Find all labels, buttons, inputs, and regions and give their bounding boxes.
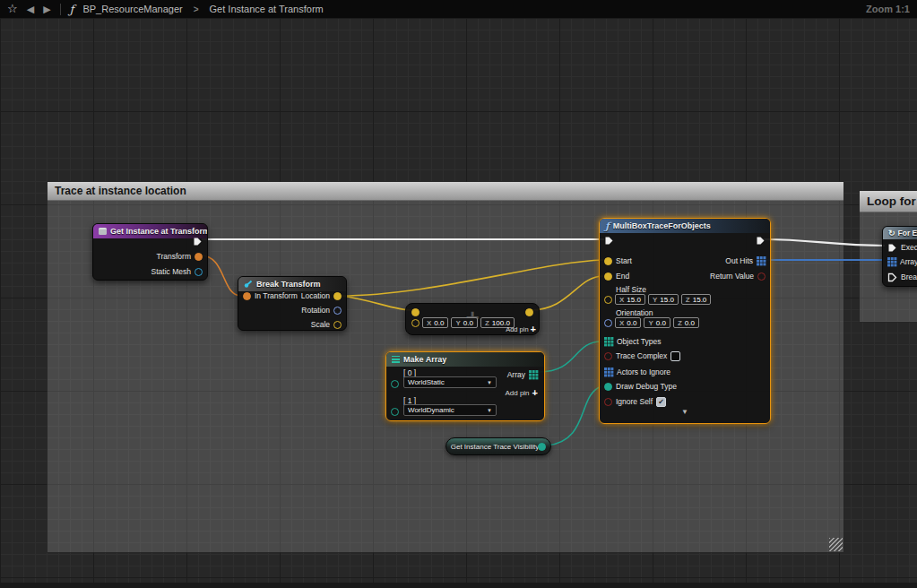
object-pin-icon[interactable] [195,268,203,276]
exec-pin-icon[interactable] [887,272,897,282]
vector-input-a-pin[interactable] [411,307,420,317]
vector-input-b-pin[interactable]: X 0.0 Y 0.0 Z 100.0 [411,317,515,328]
out-hits-output-pin[interactable]: Out Hits [725,255,766,266]
favorite-star-icon[interactable]: ☆ [7,0,18,18]
vector-pin-icon[interactable] [411,308,420,316]
vector-pin-icon[interactable] [411,319,420,327]
pin-label: Ignore Self [616,397,653,406]
breadcrumb-current[interactable]: Get Instance at Transform [210,4,324,14]
element-0-pin[interactable] [391,378,399,389]
x-value-field[interactable]: X 0.0 [422,317,448,328]
orientation-y-field[interactable]: Y 0.0 [644,317,670,328]
exec-in-pin[interactable]: Exec [887,242,917,253]
ignore-self-input-pin[interactable]: Ignore Self ✔ [604,396,666,407]
node-get-instance-at-transform[interactable]: Get Instance at Transform Transform Stat… [92,223,208,281]
exec-pin-icon[interactable] [604,236,614,246]
start-input-pin[interactable]: Start [604,255,632,266]
back-arrow-icon[interactable]: ◀ [27,4,34,15]
draw-debug-type-input-pin[interactable]: Draw Debug Type [604,381,677,392]
array-pin-icon[interactable] [604,368,613,376]
bool-pin-icon[interactable] [604,398,612,406]
node-header[interactable]: Make Array [386,352,544,367]
location-output-pin[interactable]: Location [301,290,342,301]
node-make-array[interactable]: Make Array [ 0 ] WorldStatic ▼ Array + A… [385,351,545,421]
element-1-pin[interactable] [391,406,399,417]
breadcrumb-root[interactable]: BP_ResourceManager [82,4,182,14]
exec-out-pin[interactable] [193,236,203,246]
vector-pin-icon[interactable] [525,308,533,316]
vector-pin-icon[interactable] [604,296,612,304]
return-value-output-pin[interactable]: Return Value [710,271,766,281]
forward-arrow-icon[interactable]: ▶ [43,4,50,15]
bool-pin-icon[interactable] [757,272,766,281]
actors-to-ignore-input-pin[interactable]: Actors to Ignore [604,367,670,377]
element-1-dropdown[interactable]: WorldDynamic ▼ [403,404,497,416]
enum-pin-icon[interactable] [391,380,399,388]
rotator-pin-icon[interactable] [604,319,612,327]
axis-value: 0.0 [656,319,666,327]
comment-title[interactable]: Trace at instance location [48,182,843,201]
element-0-dropdown[interactable]: WorldStatic ▼ [403,376,497,388]
enum-pin-icon[interactable] [604,383,612,391]
y-value-field[interactable]: Y 0.0 [451,317,477,328]
half-size-y-field[interactable]: Y 15.0 [648,294,679,305]
vector-pin-icon[interactable] [604,257,612,265]
vector-output-pin[interactable] [525,307,533,317]
trace-complex-input-pin[interactable]: Trace Complex [604,350,680,361]
add-pin-label: Add pin [506,325,528,333]
add-pin-button[interactable]: + Add pin [505,387,538,398]
exec-pin-icon[interactable] [193,237,203,246]
ignore-self-checkbox[interactable]: ✔ [656,397,666,407]
vector-pin-icon[interactable] [604,272,612,281]
exec-in-pin[interactable] [604,235,614,246]
transform-pin-icon[interactable] [195,253,203,261]
transform-pin-icon[interactable] [243,292,251,300]
array-output-pin[interactable]: Array [507,369,538,380]
half-size-z-field[interactable]: Z 15.0 [681,294,711,305]
node-header[interactable]: ↻ For Ea [883,227,917,239]
bool-pin-icon[interactable] [604,352,612,360]
orientation-z-field[interactable]: Z 0.0 [673,317,699,328]
half-size-input-pin[interactable]: X 15.0 Y 15.0 Z 15.0 [604,294,711,305]
canvas-bottom-edge [0,583,917,588]
node-header[interactable]: Get Instance at Transform [93,224,207,238]
half-size-x-field[interactable]: X 15.0 [615,294,645,305]
array-input-pin[interactable]: Array [887,256,917,267]
enum-pin-icon[interactable] [391,408,399,416]
node-break-transform[interactable]: Break Transform In Transform Location Ro… [238,276,347,331]
node-get-instance-trace-visibility[interactable]: Get Instance Trace Visibility [446,437,551,455]
comment-title[interactable]: Loop for h [860,191,917,212]
rotation-output-pin[interactable]: Rotation [301,305,342,316]
node-expander-icon[interactable]: ▼ [681,408,688,416]
node-header[interactable]: ƒ MultiBoxTraceForObjects [600,219,770,233]
array-pin-icon[interactable] [887,257,896,266]
object-types-input-pin[interactable]: Object Types [604,336,661,347]
comment-resize-handle[interactable] [829,538,843,551]
orientation-input-pin[interactable]: X 0.0 Y 0.0 Z 0.0 [604,317,699,328]
vector-pin-icon[interactable] [333,321,342,329]
orientation-x-field[interactable]: X 0.0 [615,317,641,328]
node-foreach-loop[interactable]: ↻ For Ea Exec Array Break [882,226,917,287]
exec-pin-icon[interactable] [756,236,766,246]
axis-value: 15.0 [627,296,641,304]
break-input-pin[interactable]: Break [887,272,917,282]
rotator-pin-icon[interactable] [333,307,342,315]
array-pin-icon[interactable] [604,337,613,346]
in-transform-input-pin[interactable]: In Transform [243,290,298,301]
scale-output-pin[interactable]: Scale [311,319,342,330]
exec-pin-icon[interactable] [887,243,897,253]
array-pin-icon[interactable] [529,370,538,379]
loop-icon: ↻ [888,229,895,238]
node-multiboxtraceforobjects[interactable]: ƒ MultiBoxTraceForObjects Start Out Hits… [599,218,771,424]
static-mesh-output-pin[interactable]: Static Mesh [151,266,203,277]
enum-pin-icon[interactable] [538,443,546,451]
end-input-pin[interactable]: End [604,271,629,281]
trace-complex-checkbox[interactable] [670,351,680,361]
exec-out-pin[interactable] [756,235,766,246]
node-header[interactable]: Break Transform [238,277,346,291]
node-add-vector[interactable]: + X 0.0 Y 0.0 Z 100.0 + Add pin [405,303,540,335]
vector-pin-icon[interactable] [333,292,342,300]
add-pin-button[interactable]: + Add pin [506,324,536,334]
array-pin-icon[interactable] [757,256,766,265]
transform-output-pin[interactable]: Transform [157,251,203,262]
